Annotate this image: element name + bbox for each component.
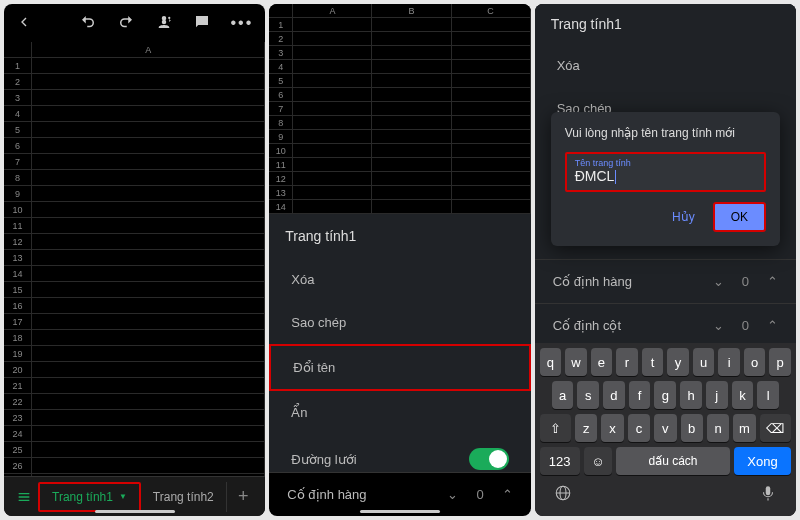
redo-icon[interactable] [117, 13, 135, 34]
key-j[interactable]: j [706, 381, 728, 409]
menu-item-label: Đường lưới [291, 452, 356, 467]
mic-icon[interactable] [759, 484, 777, 505]
home-indicator [360, 510, 440, 513]
more-icon[interactable]: ••• [231, 14, 254, 32]
freeze-rows-value: 0 [476, 487, 483, 502]
input-value: ĐMCL [575, 168, 756, 184]
svg-rect-6 [766, 486, 771, 495]
menu-item-3[interactable]: Ẩn [269, 391, 530, 434]
chevron-down-icon[interactable]: ⌄ [713, 318, 724, 333]
freeze-rows-value: 0 [742, 274, 749, 289]
menu-item-label: Đổi tên [293, 360, 335, 375]
panel-rename-dialog: Trang tính1 Xóa Sao chép Đ Ẩ Đ Vui lòng … [535, 4, 796, 516]
key-e[interactable]: e [591, 348, 613, 376]
key-o[interactable]: o [744, 348, 766, 376]
freeze-cols-control[interactable]: Cố định cột ⌄ 0 ⌃ [535, 303, 796, 343]
sheet-menu-title: Trang tính1 [269, 214, 530, 258]
key-done[interactable]: Xong [734, 447, 791, 475]
key-v[interactable]: v [654, 414, 676, 442]
key-p[interactable]: p [769, 348, 791, 376]
freeze-rows-label: Cố định hàng [553, 274, 632, 289]
menu-item-1[interactable]: Sao chép [269, 301, 530, 344]
dialog-title: Vui lòng nhập tên trang tính mới [565, 126, 766, 140]
menu-item-0[interactable]: Xóa [269, 258, 530, 301]
key-r[interactable]: r [616, 348, 638, 376]
rename-dialog: Vui lòng nhập tên trang tính mới Tên tra… [551, 112, 780, 246]
panel-sheet-menu: ABC1234567891011121314 Trang tính1 XóaSa… [269, 4, 530, 516]
key-numbers[interactable]: 123 [540, 447, 580, 475]
key-m[interactable]: m [733, 414, 755, 442]
key-k[interactable]: k [732, 381, 754, 409]
chevron-down-icon[interactable]: ⌄ [713, 274, 724, 289]
menu-item-4[interactable]: Đường lưới [269, 434, 530, 472]
sheets-menu-icon[interactable] [10, 489, 38, 505]
toolbar: ••• [4, 4, 265, 42]
freeze-cols-value: 0 [742, 318, 749, 333]
menu-item-2[interactable]: Đổi tên [269, 344, 530, 391]
key-z[interactable]: z [575, 414, 597, 442]
menu-delete-label: Xóa [557, 58, 580, 73]
menu-item-label: Xóa [291, 272, 314, 287]
sheet-tab-2[interactable]: Trang tính2 [141, 482, 227, 512]
sheet-name-input[interactable]: Tên trang tính ĐMCL [565, 152, 766, 192]
key-t[interactable]: t [642, 348, 664, 376]
key-x[interactable]: x [601, 414, 623, 442]
gridlines-toggle[interactable] [469, 448, 509, 470]
add-sheet-button[interactable]: + [227, 486, 259, 507]
key-l[interactable]: l [757, 381, 779, 409]
mini-grid[interactable]: ABC1234567891011121314 [269, 4, 530, 214]
home-indicator [95, 510, 175, 513]
key-q[interactable]: q [540, 348, 562, 376]
freeze-rows-control[interactable]: Cố định hàng ⌄ 0 ⌃ [535, 259, 796, 303]
keyboard[interactable]: qwertyuiop asdfghjkl ⇧zxcvbnm⌫ 123 ☺ dấu… [535, 343, 796, 516]
key-i[interactable]: i [718, 348, 740, 376]
globe-icon[interactable] [554, 484, 572, 505]
chevron-down-icon[interactable]: ⌄ [447, 487, 458, 502]
menu-item-label: Sao chép [291, 315, 346, 330]
share-icon[interactable] [155, 13, 173, 34]
spreadsheet-grid[interactable]: A123456789101112131415161718192021222324… [4, 42, 265, 476]
sheet-menu-list: XóaSao chépĐổi tênẨnĐường lưới [269, 258, 530, 472]
panel-spreadsheet: ••• A12345678910111213141516171819202122… [4, 4, 265, 516]
key-shift[interactable]: ⇧ [540, 414, 571, 442]
chevron-up-icon[interactable]: ⌃ [767, 274, 778, 289]
chevron-up-icon[interactable]: ⌃ [502, 487, 513, 502]
key-y[interactable]: y [667, 348, 689, 376]
freeze-rows-label: Cố định hàng [287, 487, 366, 502]
key-w[interactable]: w [565, 348, 587, 376]
menu-item-label: Ẩn [291, 405, 307, 420]
sheet-tab-1[interactable]: Trang tính1▼ [38, 482, 141, 512]
key-d[interactable]: d [603, 381, 625, 409]
back-button[interactable] [16, 14, 32, 33]
key-s[interactable]: s [577, 381, 599, 409]
freeze-cols-label: Cố định cột [553, 318, 621, 333]
key-h[interactable]: h [680, 381, 702, 409]
input-label: Tên trang tính [575, 158, 756, 168]
menu-delete[interactable]: Xóa [535, 44, 796, 87]
sheet-menu-title: Trang tính1 [535, 4, 796, 44]
chevron-up-icon[interactable]: ⌃ [767, 318, 778, 333]
key-a[interactable]: a [552, 381, 574, 409]
undo-icon[interactable] [79, 13, 97, 34]
ok-button[interactable]: OK [713, 202, 766, 232]
comment-icon[interactable] [193, 13, 211, 34]
key-b[interactable]: b [681, 414, 703, 442]
key-c[interactable]: c [628, 414, 650, 442]
key-f[interactable]: f [629, 381, 651, 409]
key-u[interactable]: u [693, 348, 715, 376]
cancel-button[interactable]: Hủy [672, 210, 695, 224]
key-g[interactable]: g [654, 381, 676, 409]
key-n[interactable]: n [707, 414, 729, 442]
key-emoji[interactable]: ☺ [584, 447, 612, 475]
key-backspace[interactable]: ⌫ [760, 414, 791, 442]
key-space[interactable]: dấu cách [616, 447, 730, 475]
